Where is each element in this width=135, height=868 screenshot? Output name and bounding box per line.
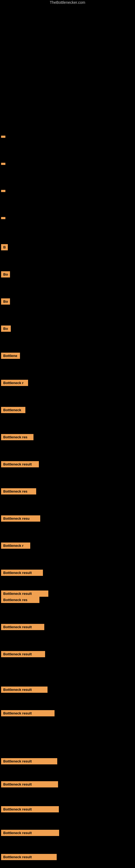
items-container: Bottleneck resultBottleneck resultBottle… — [0, 0, 135, 868]
bottleneck-item-3: Bottleneck result — [1, 710, 54, 716]
bottleneck-item-4: Bottleneck result — [1, 758, 57, 764]
bottleneck-item-5: Bottleneck result — [1, 781, 58, 787]
bottleneck-item-7: Bottleneck result — [1, 830, 59, 836]
bottleneck-item-1: Bottleneck result — [1, 590, 48, 597]
bottleneck-item-6: Bottleneck result — [1, 806, 59, 812]
bottleneck-item-2: Bottleneck result — [1, 686, 48, 693]
bottleneck-item-8: Bottleneck result — [1, 854, 57, 860]
